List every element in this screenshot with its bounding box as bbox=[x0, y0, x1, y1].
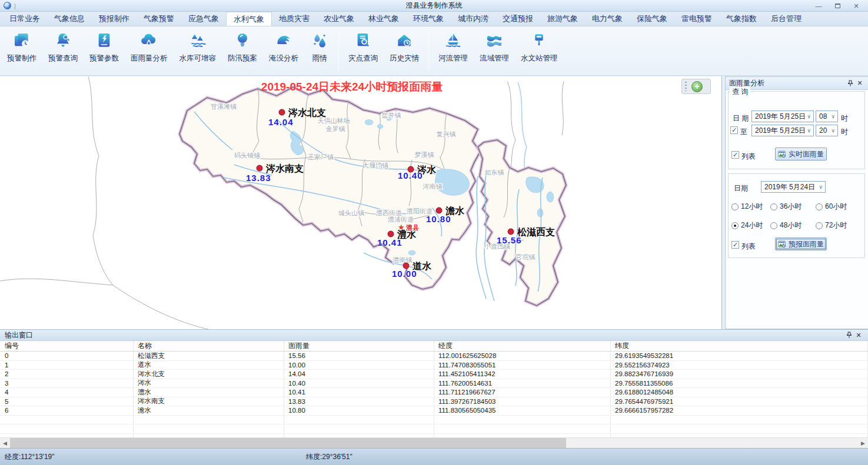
tool-6[interactable]: 防汛预案 bbox=[222, 30, 263, 65]
map-zoom-tool[interactable]: + bbox=[681, 79, 711, 94]
table-row[interactable]: 5涔水南支13.83111.39726718450329.76544769759… bbox=[0, 397, 868, 407]
tool-3[interactable]: 预警参数 bbox=[84, 30, 125, 65]
tool-label: 淹没分析 bbox=[269, 53, 298, 63]
column-header-3[interactable]: 经度 bbox=[434, 341, 611, 351]
table-row[interactable]: 1道水10.00111.74708305505129.552156374923 bbox=[0, 361, 868, 370]
minimize-button[interactable]: — bbox=[809, 0, 828, 12]
radio-72小时[interactable]: 72小时 bbox=[816, 220, 862, 230]
column-header-1[interactable]: 名称 bbox=[134, 341, 284, 351]
radio-12小时[interactable]: 12小时 bbox=[731, 202, 770, 212]
menu-item-12[interactable]: 旅游气象 bbox=[540, 12, 585, 26]
tool-9[interactable]: 灾点查询 bbox=[342, 30, 384, 65]
cell: 涔水南支 bbox=[134, 397, 284, 406]
column-header-4[interactable]: 纬度 bbox=[611, 341, 868, 351]
cell: 29.6193549532281 bbox=[611, 352, 868, 360]
close-button[interactable]: ✕ bbox=[847, 0, 866, 12]
menu-item-1[interactable]: 气象信息 bbox=[47, 12, 92, 26]
horizontal-scrollbar[interactable]: ◀ ▶ bbox=[0, 437, 868, 448]
pin-icon[interactable] bbox=[844, 330, 854, 340]
tool-8[interactable]: 雨情 bbox=[304, 30, 335, 65]
station-name: 涔水北支 bbox=[288, 108, 326, 118]
radio-60小时[interactable]: 60小时 bbox=[816, 202, 862, 212]
scrollbar-thumb[interactable] bbox=[10, 438, 566, 448]
radio-dot-icon bbox=[770, 222, 777, 229]
menu-item-6[interactable]: 地质灾害 bbox=[272, 12, 317, 26]
menu-item-13[interactable]: 电力气象 bbox=[585, 12, 630, 26]
table-header: 编号名称面雨量经度纬度 bbox=[0, 341, 868, 352]
table-row[interactable]: 4澧水10.41111.71121966762729.6188012485048 bbox=[0, 388, 868, 397]
list-checkbox[interactable]: ✓ bbox=[731, 241, 739, 249]
menu-item-3[interactable]: 气象预警 bbox=[137, 12, 181, 26]
table-row[interactable]: 6澹水10.80111.83056505043529.6666157957282 bbox=[0, 406, 868, 416]
menu-item-7[interactable]: 农业气象 bbox=[317, 12, 361, 26]
radio-24小时[interactable]: 24小时 bbox=[731, 220, 770, 230]
realtime-rainfall-button[interactable]: 实时面雨量 bbox=[775, 148, 827, 160]
cell: 111.711219667627 bbox=[434, 388, 611, 397]
submerge-icon bbox=[274, 31, 293, 50]
menu-item-14[interactable]: 保险气象 bbox=[630, 12, 674, 26]
menu-item-15[interactable]: 雷电预警 bbox=[674, 12, 719, 26]
menu-item-2[interactable]: 预报制作 bbox=[92, 12, 137, 26]
tool-label: 历史灾情 bbox=[390, 53, 419, 63]
tool-5[interactable]: 水库可增容 bbox=[174, 30, 222, 65]
drag-grip-icon[interactable] bbox=[685, 82, 687, 91]
cell: 澹水 bbox=[134, 406, 284, 415]
tool-10[interactable]: 历史灾情 bbox=[384, 30, 425, 65]
menu-item-16[interactable]: 气象指数 bbox=[719, 12, 764, 26]
disaster-search-icon bbox=[354, 31, 373, 50]
to-checkbox[interactable]: ✓ bbox=[730, 126, 738, 134]
menu-item-11[interactable]: 交通预报 bbox=[495, 12, 540, 26]
map-thumbnail-icon bbox=[778, 240, 786, 248]
cell: 10.80 bbox=[284, 406, 434, 415]
scroll-right-icon[interactable]: ▶ bbox=[858, 438, 868, 448]
table-row[interactable]: 3涔水10.40111.7620051463129.7555811355086 bbox=[0, 379, 868, 389]
chevron-down-icon: ∨ bbox=[831, 113, 837, 119]
table-row[interactable]: 2涔水北支14.04111.45210541134229.88234767169… bbox=[0, 370, 868, 379]
cell: 涔水 bbox=[134, 379, 284, 388]
station-value: 15.56 bbox=[497, 235, 522, 245]
town-label: 甘溪滩镇 bbox=[211, 103, 237, 110]
menu-item-0[interactable]: 日常业务 bbox=[2, 12, 47, 26]
tool-11[interactable]: 河流管理 bbox=[433, 30, 474, 65]
cell: 3 bbox=[0, 379, 134, 388]
tool-1[interactable]: 预警制作 bbox=[1, 30, 42, 65]
tool-2[interactable]: 预警查询 bbox=[42, 30, 84, 65]
scroll-left-icon[interactable]: ◀ bbox=[0, 438, 10, 448]
menu-item-9[interactable]: 环境气象 bbox=[406, 12, 451, 26]
tool-13[interactable]: 水文站管理 bbox=[515, 30, 564, 65]
list-label: 列表 bbox=[741, 242, 756, 252]
cell: 6 bbox=[0, 406, 134, 415]
station-dot-icon bbox=[279, 109, 285, 115]
start-hour-select[interactable]: 08∨ bbox=[816, 111, 838, 122]
menu-item-8[interactable]: 林业气象 bbox=[361, 12, 406, 26]
close-icon[interactable]: ✕ bbox=[854, 330, 863, 340]
plus-icon[interactable]: + bbox=[691, 81, 703, 92]
radio-36小时[interactable]: 36小时 bbox=[770, 202, 816, 212]
tool-4[interactable]: 面雨量分析 bbox=[125, 30, 174, 65]
maximize-button[interactable] bbox=[828, 0, 847, 12]
list-checkbox[interactable]: ✓ bbox=[731, 151, 739, 159]
toolbar-separator bbox=[428, 31, 429, 71]
tool-7[interactable]: 淹没分析 bbox=[263, 30, 304, 65]
radio-48小时[interactable]: 48小时 bbox=[770, 220, 816, 230]
cell: 5 bbox=[0, 397, 134, 406]
tool-12[interactable]: 流域管理 bbox=[474, 30, 515, 65]
table-row[interactable]: 0松滋西支15.56112.00162562502829.61935495322… bbox=[0, 352, 868, 361]
end-hour-select[interactable]: 20∨ bbox=[816, 125, 838, 136]
column-header-0[interactable]: 编号 bbox=[0, 341, 134, 351]
end-date-select[interactable]: 2019年 5月25日∨ bbox=[751, 125, 814, 136]
cell bbox=[134, 424, 284, 433]
menu-item-4[interactable]: 应急气象 bbox=[181, 12, 226, 26]
warning-search-icon bbox=[54, 31, 72, 50]
forecast-date-select[interactable]: 2019年 5月24日∨ bbox=[761, 181, 826, 193]
close-icon[interactable]: ✕ bbox=[855, 79, 864, 88]
column-header-2[interactable]: 面雨量 bbox=[284, 341, 434, 351]
forecast-rainfall-button[interactable]: 预报面雨量 bbox=[775, 237, 827, 250]
cell bbox=[434, 416, 611, 424]
menu-item-5[interactable]: 水利气象 bbox=[226, 12, 272, 26]
pin-icon[interactable] bbox=[846, 79, 855, 88]
menu-item-10[interactable]: 城市内涝 bbox=[451, 12, 495, 26]
map-view[interactable]: 甘溪滩镇盐井镇天供山林场金罗镇复兴镇码头铺镇王家厂镇梦溪镇大堰垱镇如东镇涔南镇澧… bbox=[0, 76, 722, 329]
menu-item-17[interactable]: 后台管理 bbox=[764, 12, 809, 26]
start-date-select[interactable]: 2019年 5月25日∨ bbox=[751, 111, 814, 122]
